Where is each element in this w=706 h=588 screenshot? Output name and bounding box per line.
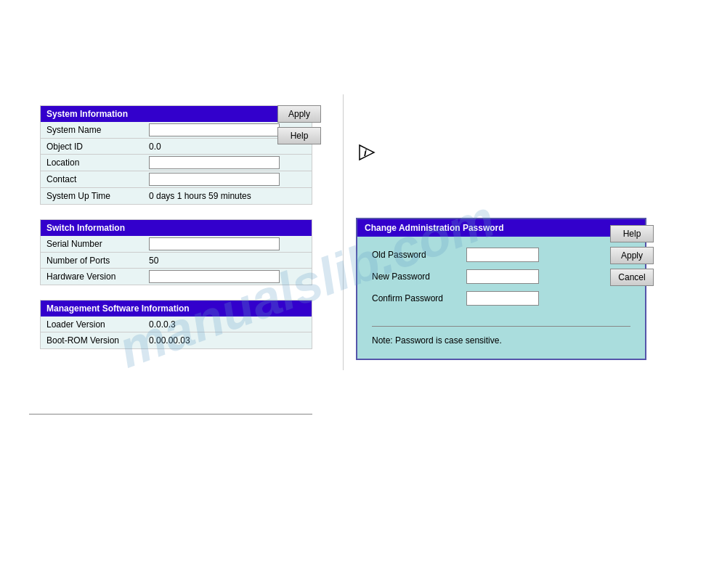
management-info-header: Management Software Information	[41, 301, 312, 317]
object-id-value: 0.0	[146, 139, 164, 154]
loader-version-value: 0.0.0.3	[146, 317, 179, 332]
svg-marker-0	[360, 145, 374, 160]
location-label: Location	[41, 155, 146, 170]
dialog-header: Change Administration Password	[357, 219, 645, 237]
loader-version-row: Loader Version 0.0.0.3	[41, 317, 312, 332]
switch-info-header: Switch Information	[41, 220, 312, 236]
system-name-label: System Name	[41, 123, 146, 137]
help-button[interactable]: Help	[277, 127, 321, 144]
dialog-buttons: Help Apply Cancel	[610, 225, 654, 286]
dialog-divider	[372, 326, 630, 327]
management-info-body: Loader Version 0.0.0.3 Boot-ROM Version …	[41, 317, 312, 348]
apply-button[interactable]: Apply	[277, 105, 321, 123]
contact-label: Contact	[41, 172, 146, 187]
hardware-version-input[interactable]	[149, 270, 280, 283]
contact-input[interactable]	[149, 173, 280, 186]
uptime-label: System Up Time	[41, 189, 146, 203]
switch-info-body: Serial Number Number of Ports 50 Hardwar…	[41, 236, 312, 285]
contact-value	[146, 171, 312, 187]
confirm-password-row: Confirm Password	[365, 291, 638, 306]
action-buttons: Apply Help	[277, 105, 321, 144]
system-info-body: System Name Object ID 0.0 Location Conta…	[41, 122, 312, 204]
object-id-row: Object ID 0.0	[41, 139, 312, 155]
object-id-label: Object ID	[41, 139, 146, 154]
dialog-help-button[interactable]: Help	[610, 225, 654, 242]
location-input[interactable]	[149, 156, 280, 169]
dialog-body: Old Password New Password Confirm Passwo…	[357, 237, 645, 359]
serial-number-input[interactable]	[149, 237, 280, 250]
vertical-divider	[343, 94, 344, 370]
uptime-value: 0 days 1 hours 59 minutes	[146, 189, 254, 203]
location-row: Location	[41, 155, 312, 171]
confirm-password-label: Confirm Password	[372, 293, 466, 303]
location-value	[146, 155, 312, 171]
new-password-input[interactable]	[466, 269, 539, 284]
confirm-password-input[interactable]	[466, 291, 539, 306]
horizontal-line	[29, 414, 312, 415]
svg-text:i: i	[364, 147, 367, 158]
serial-number-value	[146, 236, 312, 252]
system-info-header: System Information	[41, 106, 312, 122]
bootrom-version-label: Boot-ROM Version	[41, 333, 146, 348]
new-password-row: New Password	[365, 269, 638, 284]
system-name-row: System Name	[41, 122, 312, 139]
bootrom-version-value: 0.00.00.03	[146, 333, 193, 348]
old-password-row: Old Password	[365, 248, 638, 262]
dialog-note: Note: Password is case sensitive.	[365, 332, 638, 351]
uptime-row: System Up Time 0 days 1 hours 59 minutes	[41, 188, 312, 204]
serial-number-label: Serial Number	[41, 237, 146, 251]
info-icon: i	[356, 142, 378, 163]
num-ports-label: Number of Ports	[41, 253, 146, 268]
old-password-input[interactable]	[466, 248, 539, 262]
system-info-section: System Information System Name Object ID…	[40, 105, 312, 205]
hardware-version-value	[146, 269, 312, 285]
dialog-apply-button[interactable]: Apply	[610, 247, 654, 264]
hardware-version-label: Hardware Version	[41, 269, 146, 284]
switch-info-section: Switch Information Serial Number Number …	[40, 219, 312, 285]
dialog-cancel-button[interactable]: Cancel	[610, 269, 654, 286]
bootrom-version-row: Boot-ROM Version 0.00.00.03	[41, 332, 312, 348]
left-panel: System Information System Name Object ID…	[40, 105, 312, 364]
num-ports-value: 50	[146, 253, 161, 268]
old-password-label: Old Password	[372, 250, 466, 260]
new-password-label: New Password	[372, 271, 466, 282]
password-dialog: Change Administration Password Old Passw…	[356, 218, 646, 360]
hardware-version-row: Hardware Version	[41, 269, 312, 285]
loader-version-label: Loader Version	[41, 317, 146, 332]
num-ports-row: Number of Ports 50	[41, 253, 312, 269]
contact-row: Contact	[41, 171, 312, 188]
management-info-section: Management Software Information Loader V…	[40, 300, 312, 349]
serial-number-row: Serial Number	[41, 236, 312, 253]
info-icon-container: i	[356, 142, 378, 166]
system-name-input[interactable]	[149, 123, 280, 136]
dialog-form: Old Password New Password Confirm Passwo…	[365, 248, 638, 320]
